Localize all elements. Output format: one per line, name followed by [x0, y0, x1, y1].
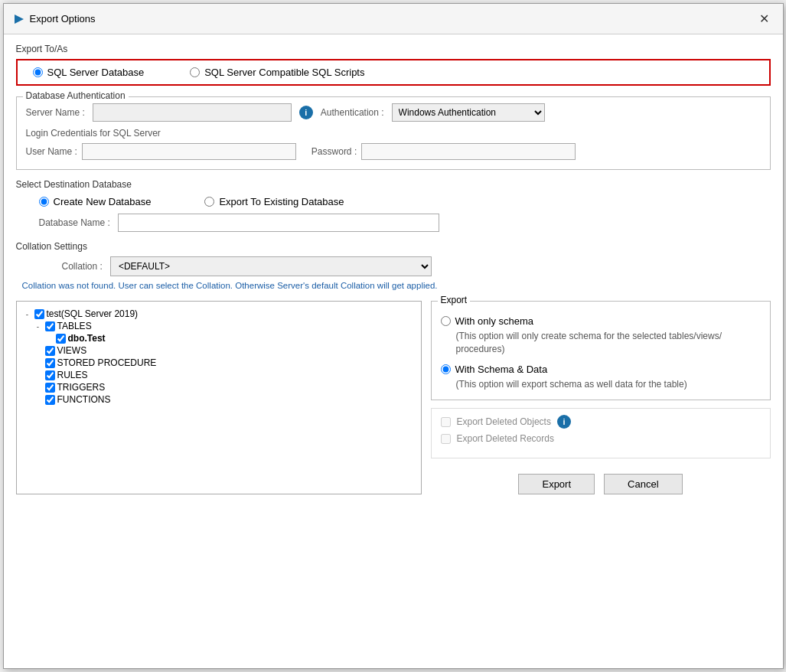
- dialog-content: Export To/As SQL Server Database SQL Ser…: [4, 34, 783, 668]
- tree-label-rules: RULES: [57, 370, 88, 380]
- export-deleted-records-checkbox[interactable]: [441, 434, 451, 444]
- right-panel: Export With only schema (This option wil…: [431, 301, 771, 494]
- db-name-row: Database Name : test_Recovered: [39, 214, 771, 232]
- cancel-button[interactable]: Cancel: [604, 474, 682, 494]
- collation-select[interactable]: <DEFAULT>: [110, 256, 432, 276]
- schema-data-radio[interactable]: [441, 364, 451, 374]
- schema-only-radio[interactable]: [441, 316, 451, 326]
- tree-label-tables: TABLES: [57, 321, 92, 331]
- auth-select[interactable]: Windows Authentication SQL Server Authen…: [392, 103, 545, 122]
- close-button[interactable]: ✕: [755, 10, 774, 28]
- checkbox-root[interactable]: [34, 309, 44, 319]
- bottom-section: - test(SQL Server 2019) - TABLES dbo.Tes…: [16, 301, 771, 494]
- sql-server-database-radio[interactable]: [33, 67, 43, 77]
- tree-item-dbotest[interactable]: dbo.Test: [44, 332, 415, 344]
- export-deleted-objects-row: Export Deleted Objects i: [441, 415, 761, 429]
- tree-item-storedproc[interactable]: STORED PROCEDURE: [34, 357, 415, 369]
- app-icon: [13, 13, 25, 25]
- tree-item-functions[interactable]: FUNCTIONS: [34, 393, 415, 406]
- credentials-row: User Name : Password :: [26, 143, 761, 160]
- title-bar: Export Options ✕: [4, 4, 783, 34]
- checkbox-functions[interactable]: [45, 395, 55, 405]
- dest-db-label: Select Destination Database: [16, 179, 771, 190]
- db-name-input[interactable]: test_Recovered: [118, 214, 439, 232]
- export-options: With only schema (This option will only …: [441, 315, 761, 390]
- username-label: User Name :: [26, 146, 77, 157]
- collation-field-label: Collation :: [62, 261, 103, 272]
- tree-item-tables[interactable]: - TABLES: [34, 320, 415, 332]
- export-button[interactable]: Export: [518, 474, 595, 494]
- password-input[interactable]: [361, 143, 576, 160]
- dest-db-radios: Create New Database Export To Existing D…: [39, 196, 771, 207]
- expand-root: -: [23, 310, 32, 318]
- export-existing-radio[interactable]: [204, 197, 214, 207]
- export-deleted-objects-checkbox[interactable]: [441, 417, 451, 427]
- sql-server-database-label: SQL Server Database: [47, 67, 145, 78]
- create-new-db-option[interactable]: Create New Database: [39, 196, 152, 207]
- export-existing-option[interactable]: Export To Existing Database: [204, 196, 344, 207]
- server-name-wrapper: [93, 103, 292, 122]
- schema-data-desc: (This option will export schema as well …: [456, 378, 761, 391]
- checkbox-triggers[interactable]: [45, 383, 55, 393]
- collation-label: Collation Settings: [16, 241, 771, 252]
- export-to-section: SQL Server Database SQL Server Compatibl…: [16, 59, 771, 86]
- sql-compatible-scripts-radio[interactable]: [190, 67, 200, 77]
- collation-note: Collation was not found. User can select…: [19, 281, 771, 290]
- tree-label-triggers: TRIGGERS: [57, 382, 106, 393]
- username-group: User Name :: [26, 143, 296, 160]
- create-new-db-radio[interactable]: [39, 197, 49, 207]
- export-deleted-objects-label: Export Deleted Objects: [457, 416, 551, 427]
- schema-only-option[interactable]: With only schema: [441, 315, 761, 327]
- deleted-objects-info-icon[interactable]: i: [557, 415, 571, 429]
- server-auth-row: Server Name : i Authentication : Windows…: [26, 103, 761, 122]
- expand-functions: [34, 396, 43, 404]
- schema-data-label: With Schema & Data: [455, 364, 548, 375]
- auth-label: Authentication :: [321, 107, 384, 118]
- tree-item-root[interactable]: - test(SQL Server 2019): [23, 308, 415, 320]
- checkbox-rules[interactable]: [45, 370, 55, 380]
- tree-label-root: test(SQL Server 2019): [47, 308, 139, 319]
- button-row: Export Cancel: [431, 466, 771, 494]
- checkbox-views[interactable]: [45, 346, 55, 356]
- dest-db-section: Select Destination Database Create New D…: [16, 179, 771, 232]
- checkbox-dbotest[interactable]: [56, 334, 66, 344]
- title-bar-left: Export Options: [13, 13, 96, 25]
- schema-only-label: With only schema: [455, 315, 534, 327]
- sql-server-database-option[interactable]: SQL Server Database: [33, 67, 145, 78]
- tree-label-views: VIEWS: [57, 345, 87, 356]
- export-to-label: Export To/As: [16, 44, 771, 54]
- export-deleted-records-row: Export Deleted Records: [441, 433, 761, 444]
- checkbox-storedproc[interactable]: [45, 358, 55, 368]
- login-creds-label: Login Credentials for SQL Server: [26, 128, 761, 139]
- export-group-title: Export: [438, 295, 471, 305]
- export-existing-label: Export To Existing Database: [219, 196, 344, 207]
- expand-storedproc: [34, 359, 43, 367]
- db-name-label: Database Name :: [39, 217, 110, 228]
- export-options-dialog: Export Options ✕ Export To/As SQL Server…: [3, 3, 784, 669]
- server-name-select[interactable]: [93, 103, 292, 122]
- checkbox-tables[interactable]: [45, 321, 55, 331]
- username-input[interactable]: [82, 143, 296, 160]
- sql-compatible-scripts-option[interactable]: SQL Server Compatible SQL Scripts: [190, 67, 364, 78]
- tree-item-triggers[interactable]: TRIGGERS: [34, 381, 415, 393]
- expand-rules: [34, 371, 43, 380]
- collation-section: Collation Settings Collation : <DEFAULT>…: [16, 241, 771, 290]
- expand-dbotest: [44, 334, 54, 343]
- tree-item-rules[interactable]: RULES: [34, 369, 415, 381]
- export-deleted-records-label: Export Deleted Records: [457, 433, 554, 444]
- tree-label-dbotest: dbo.Test: [68, 333, 106, 344]
- svg-marker-0: [15, 15, 24, 24]
- tree-panel: - test(SQL Server 2019) - TABLES dbo.Tes…: [16, 301, 422, 494]
- schema-data-option[interactable]: With Schema & Data: [441, 364, 761, 375]
- export-group: Export With only schema (This option wil…: [431, 301, 771, 400]
- tree-item-views[interactable]: VIEWS: [34, 344, 415, 357]
- collation-wrapper: <DEFAULT>: [110, 256, 432, 276]
- password-label: Password :: [311, 146, 357, 157]
- create-new-db-label: Create New Database: [54, 196, 152, 207]
- dialog-title: Export Options: [30, 13, 96, 24]
- server-info-icon[interactable]: i: [299, 106, 313, 119]
- server-name-label: Server Name :: [26, 107, 85, 118]
- tree-label-functions: FUNCTIONS: [57, 394, 111, 405]
- collation-row: Collation : <DEFAULT>: [62, 256, 771, 276]
- login-creds-section: Login Credentials for SQL Server User Na…: [26, 128, 761, 160]
